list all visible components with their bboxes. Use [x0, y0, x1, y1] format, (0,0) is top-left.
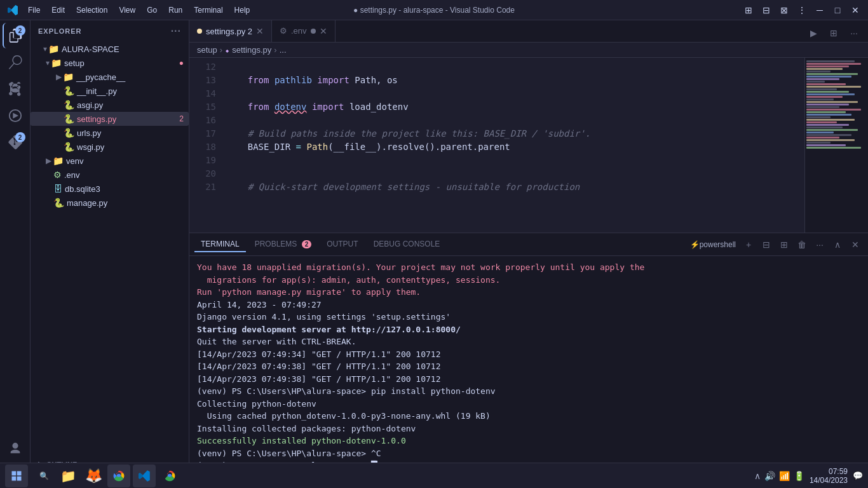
editor-actions: ▶ ⊞ ···	[799, 24, 868, 42]
taskbar-firefox[interactable]: 🦊	[82, 464, 105, 487]
code-content[interactable]: from pathlib import Path, os from dotenv…	[221, 58, 804, 233]
alura-space-label: ALURA-SPACE	[62, 44, 189, 54]
breadcrumb: setup › ⬥ settings.py › ...	[189, 43, 868, 58]
minimize-btn[interactable]: ─	[812, 3, 827, 18]
more-actions-btn[interactable]: ···	[845, 24, 863, 42]
chevron-up-icon[interactable]: ∧	[830, 237, 845, 252]
tab-close-icon[interactable]: ✕	[256, 27, 264, 36]
tab-problems[interactable]: PROBLEMS 2	[248, 237, 318, 252]
menu-view[interactable]: View	[114, 4, 140, 16]
network-icon[interactable]: 📶	[779, 471, 790, 481]
breadcrumb-file-icon: ⬥	[225, 46, 229, 55]
layout-btn3[interactable]: ⊠	[776, 3, 792, 18]
code-line-14	[226, 87, 799, 100]
code-line-19	[226, 154, 799, 167]
kill-terminal-btn[interactable]: 🗑	[794, 237, 810, 252]
activity-bar: 2 2	[0, 20, 31, 488]
svg-rect-0	[12, 471, 17, 475]
sidebar-more-btn[interactable]: ···	[171, 25, 181, 37]
terminal-line: Successfully installed python-dotenv-1.0…	[197, 435, 860, 447]
init-label: __init__.py	[77, 86, 189, 96]
titlebar: File Edit Selection View Go Run Terminal…	[0, 0, 868, 20]
menu-terminal[interactable]: Terminal	[189, 4, 227, 16]
file-settings[interactable]: 🐍 settings.py 2	[31, 112, 189, 126]
taskbar-vscode[interactable]	[133, 464, 156, 487]
file-wsgi[interactable]: 🐍 wsgi.py	[31, 140, 189, 154]
split-editor-btn[interactable]: ⊞	[825, 24, 843, 42]
py-icon: 🐍	[64, 86, 74, 96]
breadcrumb-file[interactable]: settings.py	[232, 45, 271, 55]
layout-btn[interactable]: ⊞	[741, 3, 756, 18]
chevron-up-icon[interactable]: ∧	[754, 471, 761, 481]
terminal-line: migrations for app(s): admin, auth, cont…	[197, 274, 860, 287]
close-btn[interactable]: ✕	[848, 3, 863, 18]
terminal-line: [14/Apr/2023 07:49:38] "GET / HTTP/1.1" …	[197, 373, 860, 386]
clock[interactable]: 07:59 14/04/2023	[810, 467, 848, 485]
maximize-btn[interactable]: □	[830, 3, 845, 18]
folder-pycache[interactable]: ▶ 📁 __pycache__	[31, 70, 189, 84]
activity-accounts[interactable]	[3, 436, 28, 461]
shell-name: powershell	[700, 240, 736, 249]
code-line-17: # Build paths inside the project like th…	[226, 127, 799, 140]
terminal-line: [14/Apr/2023 07:49:34] "GET / HTTP/1.1" …	[197, 348, 860, 361]
file-manage[interactable]: 🐍 manage.py	[31, 196, 189, 210]
window-title: ● settings.py - alura-space - Visual Stu…	[353, 6, 515, 15]
folder-venv[interactable]: ▶ 📁 venv	[31, 154, 189, 168]
menu-edit[interactable]: Edit	[46, 4, 70, 16]
taskbar-file-explorer[interactable]: 📁	[57, 464, 79, 487]
notification-icon[interactable]: 💬	[853, 471, 863, 480]
menu-selection[interactable]: Selection	[71, 4, 112, 16]
breadcrumb-setup[interactable]: setup	[197, 45, 217, 55]
terminal-line: Django version 4.1, using settings 'setu…	[197, 311, 860, 323]
activity-source-control[interactable]	[3, 76, 28, 102]
start-button[interactable]	[5, 464, 28, 487]
code-editor[interactable]: 12 13 14 15 16 17 18 19 20 21 from pathl…	[189, 58, 804, 233]
db-icon: 🗄	[53, 184, 62, 194]
dirty-dot	[311, 29, 316, 34]
breadcrumb-symbol[interactable]: ...	[280, 45, 287, 55]
minimap-content	[805, 58, 868, 152]
minimap	[804, 58, 868, 233]
activity-explorer[interactable]: 2	[3, 23, 28, 48]
terminal-line: Collecting python-dotenv	[197, 398, 860, 410]
file-asgi[interactable]: 🐍 asgi.py	[31, 98, 189, 112]
folder-alura-space[interactable]: ▾ 📁 ALURA-SPACE	[31, 42, 189, 56]
systray: ∧ 🔊 📶 🔋	[754, 471, 804, 481]
tab-terminal[interactable]: TERMINAL	[194, 237, 246, 252]
wsgi-label: wsgi.py	[77, 142, 189, 152]
split-terminal-btn[interactable]: ⊟	[759, 237, 774, 252]
menu-file[interactable]: File	[23, 4, 45, 16]
menu-go[interactable]: Go	[142, 4, 162, 16]
menu-help[interactable]: Help	[229, 4, 255, 16]
file-env[interactable]: ⚙ .env	[31, 168, 189, 182]
terminal-line: [14/Apr/2023 07:49:38] "GET / HTTP/1.1" …	[197, 360, 860, 373]
tab-output[interactable]: OUTPUT	[320, 237, 364, 252]
tab-env[interactable]: ⚙ .env ✕	[272, 20, 336, 42]
terminal-content[interactable]: You have 18 unapplied migration(s). Your…	[189, 256, 868, 474]
run-btn[interactable]: ▶	[804, 24, 822, 42]
layout-btn2[interactable]: ⊟	[759, 3, 774, 18]
folder-setup[interactable]: ▾ 📁 setup ●	[31, 56, 189, 70]
activity-search[interactable]	[3, 50, 28, 75]
taskbar-search[interactable]: 🔍	[34, 464, 54, 487]
customize-layout-btn[interactable]: ⋮	[794, 3, 810, 18]
file-init[interactable]: 🐍 __init__.py	[31, 84, 189, 98]
battery-icon[interactable]: 🔋	[794, 471, 804, 481]
tab-close-icon[interactable]: ✕	[320, 27, 327, 36]
editor-body: 12 13 14 15 16 17 18 19 20 21 from pathl…	[189, 58, 868, 233]
sidebar-header: EXPLORER ···	[31, 20, 189, 42]
activity-extensions[interactable]: 2	[3, 130, 28, 155]
new-terminal-btn[interactable]: +	[741, 237, 756, 252]
terminal-more-btn[interactable]: ···	[812, 237, 827, 252]
file-urls[interactable]: 🐍 urls.py	[31, 126, 189, 140]
taskbar-chrome[interactable]	[107, 464, 130, 487]
activity-run[interactable]	[3, 103, 28, 128]
file-db[interactable]: 🗄 db.sqlite3	[31, 182, 189, 196]
taskbar-chrome2[interactable]	[158, 464, 181, 487]
tab-debug-console[interactable]: DEBUG CONSOLE	[367, 237, 447, 252]
tab-settings[interactable]: settings.py 2 ✕	[189, 20, 272, 42]
close-terminal-btn[interactable]: ✕	[848, 237, 863, 252]
maximize-panel-btn[interactable]: ⊞	[776, 237, 792, 252]
volume-icon[interactable]: 🔊	[764, 471, 775, 481]
menu-run[interactable]: Run	[163, 4, 187, 16]
